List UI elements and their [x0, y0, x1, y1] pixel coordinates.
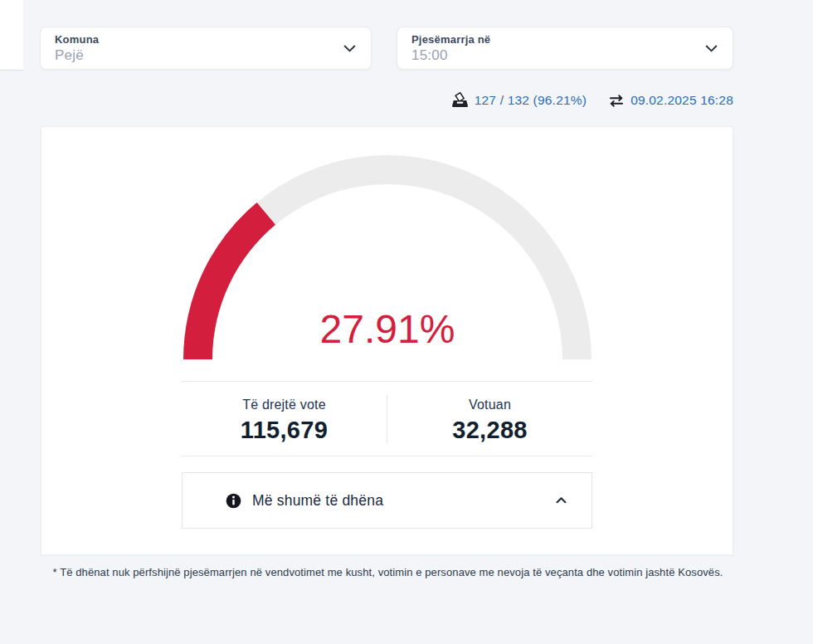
chevron-down-icon [343, 45, 356, 52]
eligible-voters-stat: Të drejtë vote 115,679 [182, 382, 387, 456]
more-data-label: Më shumë të dhëna [252, 492, 383, 510]
status-line: 127 / 132 (96.21%) 09.02.2025 16:28 [451, 90, 733, 110]
eligible-voters-label: Të drejtë vote [242, 398, 326, 412]
voted-stat: Votuan 32,288 [387, 382, 592, 456]
chevron-down-icon [705, 45, 718, 52]
komuna-select[interactable]: Komuna Pejë [40, 27, 372, 70]
eligible-voters-value: 115,679 [241, 417, 328, 444]
chevron-up-icon [556, 497, 567, 504]
last-updated-text: 09.02.2025 16:28 [630, 93, 733, 108]
turnout-dashboard: Komuna Pejë Pjesëmarrja në 15:00 127 [0, 0, 813, 644]
more-data-expander[interactable]: Më shumë të dhëna [182, 472, 592, 529]
info-icon [226, 493, 241, 509]
turnout-percentage: 27.91% [183, 306, 591, 352]
last-updated: 09.02.2025 16:28 [608, 93, 733, 108]
stations-counted: 127 / 132 (96.21%) [451, 92, 587, 109]
participation-time-select[interactable]: Pjesëmarrja në 15:00 [397, 27, 733, 70]
footnote: * Të dhënat nuk përfshijnë pjesëmarrjen … [0, 566, 776, 578]
stats-row: Të drejtë vote 115,679 Votuan 32,288 [182, 381, 592, 456]
voted-label: Votuan [469, 398, 511, 412]
stations-counted-text: 127 / 132 (96.21%) [475, 93, 587, 108]
turnout-card: 27.91% Të drejtë vote 115,679 Votuan 32,… [41, 126, 733, 555]
voted-value: 32,288 [452, 417, 528, 444]
komuna-select-value: Pejë [55, 47, 99, 64]
komuna-select-label: Komuna [55, 33, 99, 46]
background-panel-edge [0, 0, 23, 71]
refresh-arrows-icon [608, 95, 625, 107]
time-select-label: Pjesëmarrja në [411, 33, 490, 46]
time-select-value: 15:00 [411, 47, 490, 64]
ballot-box-icon [451, 92, 469, 109]
